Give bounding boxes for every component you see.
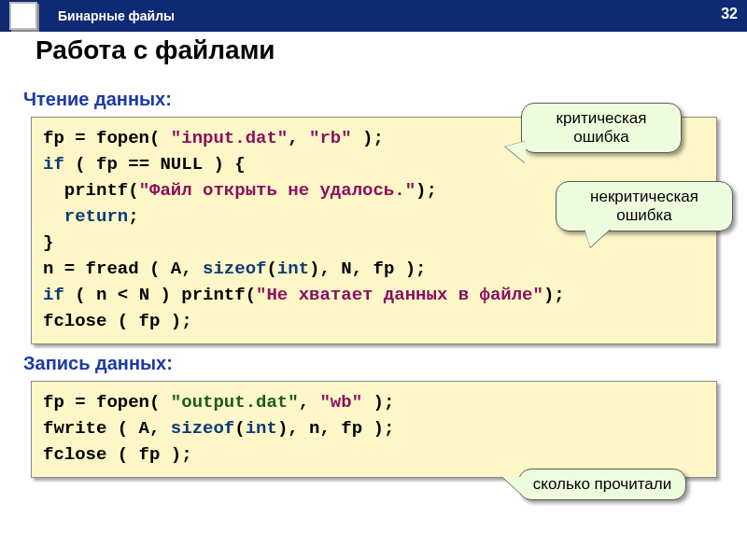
breadcrumb: Бинарные файлы: [58, 8, 175, 23]
slide-header: Бинарные файлы 32: [0, 0, 747, 32]
section-heading-read: Чтение данных:: [23, 89, 172, 110]
callout-noncritical-error: некритическая ошибка: [556, 181, 733, 231]
callout-read-count: сколько прочитали: [518, 469, 686, 500]
code-block-write: fp = fopen( "output.dat", "wb" ); fwrite…: [31, 381, 717, 478]
section-heading-write: Запись данных:: [23, 353, 173, 374]
page-title: Работа с файлами: [35, 35, 275, 65]
callout-critical-error: критическая ошибка: [521, 103, 682, 153]
slide-number: 32: [721, 6, 738, 22]
header-decor-square: [9, 2, 37, 30]
code-text-write: fp = fopen( "output.dat", "wb" ); fwrite…: [43, 389, 705, 468]
